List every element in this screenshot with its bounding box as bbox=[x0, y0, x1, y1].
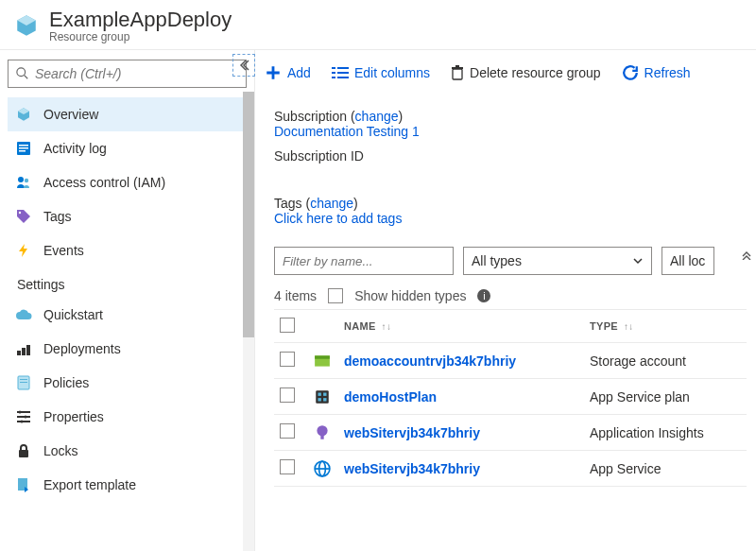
svg-point-19 bbox=[25, 416, 27, 419]
svg-line-1 bbox=[25, 76, 28, 79]
properties-icon bbox=[15, 409, 32, 424]
sidebar-item-overview[interactable]: Overview bbox=[8, 97, 254, 131]
table-row[interactable]: demoHostPlan App Service plan bbox=[274, 379, 747, 415]
change-subscription-link[interactable]: change bbox=[355, 109, 399, 124]
item-count: 4 items bbox=[274, 288, 317, 303]
svg-point-0 bbox=[17, 68, 26, 77]
row-checkbox[interactable] bbox=[280, 423, 295, 439]
sidebar-item-label: Overview bbox=[43, 107, 98, 122]
info-icon[interactable]: i bbox=[477, 289, 490, 302]
svg-rect-33 bbox=[315, 355, 330, 358]
add-button[interactable]: Add bbox=[265, 64, 311, 81]
sidebar-scrollbar[interactable] bbox=[243, 92, 254, 551]
app-service-icon bbox=[312, 460, 333, 477]
show-hidden-checkbox[interactable] bbox=[328, 288, 343, 303]
tags-label: Tags bbox=[274, 196, 302, 211]
cube-icon bbox=[15, 107, 32, 122]
row-checkbox[interactable] bbox=[280, 352, 295, 367]
filter-by-name-input[interactable] bbox=[274, 247, 454, 275]
lock-icon bbox=[15, 443, 32, 458]
table-row[interactable]: webSitervjb34k7bhriy App Service bbox=[274, 451, 747, 487]
svg-rect-21 bbox=[19, 450, 28, 457]
refresh-button[interactable]: Refresh bbox=[622, 64, 691, 81]
svg-rect-14 bbox=[20, 382, 27, 383]
add-tags-link[interactable]: Click here to add tags bbox=[274, 211, 747, 226]
chevron-down-icon bbox=[632, 255, 644, 267]
sidebar-item-locks[interactable]: Locks bbox=[8, 434, 254, 468]
edit-columns-button[interactable]: Edit columns bbox=[332, 65, 430, 80]
svg-rect-16 bbox=[17, 416, 30, 418]
svg-rect-25 bbox=[332, 72, 335, 74]
col-type-header[interactable]: TYPE↑↓ bbox=[590, 320, 741, 332]
type-filter-value: All types bbox=[472, 253, 522, 268]
tag-icon bbox=[15, 209, 32, 224]
svg-rect-31 bbox=[455, 65, 459, 67]
insights-icon bbox=[312, 424, 333, 441]
sidebar-item-tags[interactable]: Tags bbox=[8, 199, 254, 233]
resource-group-icon bbox=[13, 12, 40, 39]
export-icon bbox=[15, 477, 32, 492]
svg-rect-28 bbox=[337, 77, 349, 78]
cloud-icon bbox=[15, 308, 32, 321]
table-row[interactable]: demoaccountrvjb34k7bhriy Storage account bbox=[274, 343, 747, 379]
resource-table: NAME↑↓ TYPE↑↓ demoaccountrvjb34k7bhriy S… bbox=[274, 309, 747, 487]
resource-type: Application Insights bbox=[590, 425, 741, 440]
sidebar-item-label: Tags bbox=[43, 209, 72, 224]
table-row[interactable]: webSitervjb34k7bhriy Application Insight… bbox=[274, 415, 747, 451]
sidebar-search[interactable] bbox=[8, 60, 247, 88]
resource-name[interactable]: webSitervjb34k7bhriy bbox=[344, 425, 480, 440]
sidebar-item-quickstart[interactable]: Quickstart bbox=[8, 298, 254, 332]
svg-rect-17 bbox=[17, 421, 30, 422]
svg-point-8 bbox=[19, 212, 21, 214]
row-checkbox[interactable] bbox=[280, 387, 295, 403]
svg-rect-23 bbox=[332, 67, 335, 69]
svg-rect-13 bbox=[20, 379, 27, 380]
expand-caret[interactable] bbox=[741, 249, 752, 260]
subscription-label: Subscription bbox=[274, 109, 347, 124]
resource-type: App Service bbox=[590, 461, 741, 476]
sidebar-item-properties[interactable]: Properties bbox=[8, 400, 254, 434]
sidebar-search-input[interactable] bbox=[35, 66, 238, 81]
row-checkbox[interactable] bbox=[280, 459, 295, 474]
svg-rect-5 bbox=[19, 150, 26, 152]
toolbar: Add Edit columns Delete resource group R… bbox=[255, 50, 756, 95]
edit-columns-label: Edit columns bbox=[354, 65, 430, 80]
sidebar-item-iam[interactable]: Access control (IAM) bbox=[8, 165, 254, 199]
refresh-label: Refresh bbox=[644, 65, 691, 80]
change-tags-link[interactable]: change bbox=[310, 196, 353, 211]
type-filter-select[interactable]: All types bbox=[463, 247, 652, 275]
sidebar-item-deployments[interactable]: Deployments bbox=[8, 332, 254, 366]
svg-rect-40 bbox=[320, 435, 323, 439]
sidebar-item-policies[interactable]: Policies bbox=[8, 366, 254, 400]
sidebar-item-events[interactable]: Events bbox=[8, 233, 254, 267]
svg-rect-36 bbox=[323, 392, 326, 395]
svg-rect-29 bbox=[453, 69, 462, 79]
delete-button[interactable]: Delete resource group bbox=[451, 65, 601, 80]
table-header: NAME↑↓ TYPE↑↓ bbox=[274, 309, 747, 343]
location-filter-select[interactable]: All loc bbox=[662, 247, 714, 275]
sidebar-item-export-template[interactable]: Export template bbox=[8, 468, 254, 502]
resource-name[interactable]: webSitervjb34k7bhriy bbox=[344, 461, 480, 476]
svg-rect-10 bbox=[22, 348, 26, 355]
resource-name[interactable]: demoHostPlan bbox=[344, 389, 437, 405]
svg-rect-4 bbox=[19, 147, 28, 149]
log-icon bbox=[15, 141, 32, 156]
subscription-name[interactable]: Documentation Testing 1 bbox=[274, 124, 747, 139]
svg-rect-30 bbox=[452, 67, 463, 69]
sidebar-item-activity-log[interactable]: Activity log bbox=[8, 131, 254, 165]
resource-name[interactable]: demoaccountrvjb34k7bhriy bbox=[344, 353, 516, 369]
deployments-icon bbox=[15, 341, 32, 356]
header: ExampleAppDeploy Resource group bbox=[0, 0, 756, 50]
storage-icon bbox=[312, 353, 333, 370]
svg-rect-34 bbox=[316, 390, 329, 404]
sidebar-item-label: Policies bbox=[43, 375, 89, 390]
svg-rect-35 bbox=[318, 392, 321, 395]
svg-point-20 bbox=[21, 421, 24, 423]
select-all-checkbox[interactable] bbox=[280, 318, 295, 333]
svg-rect-11 bbox=[26, 345, 30, 355]
filters-row: All types All loc bbox=[255, 226, 756, 284]
resource-type: Storage account bbox=[590, 353, 741, 369]
col-name-header[interactable]: NAME↑↓ bbox=[344, 320, 578, 332]
settings-heading: Settings bbox=[8, 267, 254, 298]
collapse-sidebar-button[interactable] bbox=[232, 54, 255, 77]
